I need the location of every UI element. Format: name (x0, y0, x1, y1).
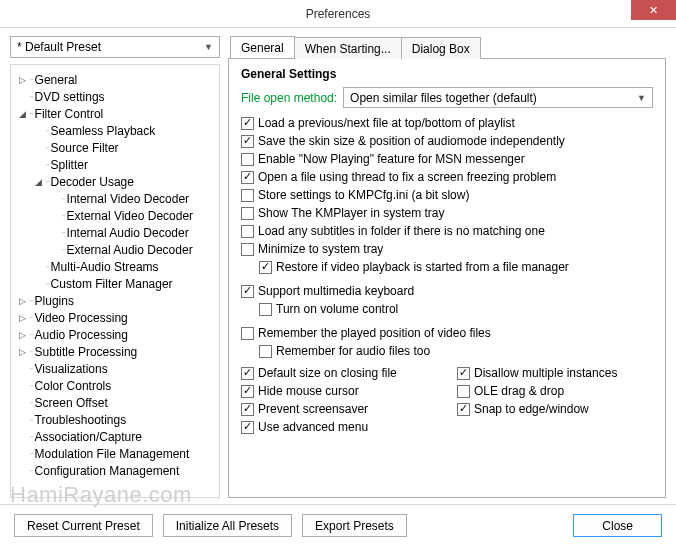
checkbox[interactable] (241, 189, 254, 202)
tree-item[interactable]: ▷·· Subtitle Processing (15, 343, 215, 360)
checkbox[interactable] (259, 303, 272, 316)
tree-item[interactable]: ◢·· Decoder Usage (15, 173, 215, 190)
tree-item-label: Color Controls (33, 379, 112, 393)
tree-item[interactable]: ·· Multi-Audio Streams (15, 258, 215, 275)
checkbox-label[interactable]: Save the skin size & position of audiomo… (258, 134, 565, 148)
tree-item-label: Screen Offset (33, 396, 108, 410)
tree-item[interactable]: ·· Custom Filter Manager (15, 275, 215, 292)
twisty-closed-icon[interactable]: ▷ (15, 296, 29, 306)
tree-item[interactable]: ·· Modulation File Management (15, 445, 215, 462)
tree-item[interactable]: ·· External Video Decoder (15, 207, 215, 224)
settings-tree[interactable]: ▷·· General ·· DVD settings◢·· Filter Co… (10, 64, 220, 498)
twisty-closed-icon[interactable]: ▷ (15, 347, 29, 357)
export-presets-button[interactable]: Export Presets (302, 514, 407, 537)
checkbox-label[interactable]: Remember the played position of video fi… (258, 326, 491, 340)
tab-bar: General When Starting... Dialog Box (228, 36, 666, 58)
tree-item-label: Source Filter (49, 141, 119, 155)
close-button[interactable]: Close (573, 514, 662, 537)
checkbox-label[interactable]: Default size on closing file (258, 366, 397, 380)
checkbox[interactable] (241, 367, 254, 380)
checkbox-label[interactable]: Restore if video playback is started fro… (276, 260, 569, 274)
tree-item[interactable]: ·· External Audio Decoder (15, 241, 215, 258)
checkbox[interactable] (241, 171, 254, 184)
checkbox[interactable] (457, 403, 470, 416)
checkbox-label[interactable]: Support multimedia keyboard (258, 284, 414, 298)
checkbox-label[interactable]: Load a previous/next file at top/bottom … (258, 116, 515, 130)
twisty-closed-icon[interactable]: ▷ (15, 313, 29, 323)
tree-item[interactable]: ·· Configuration Management (15, 462, 215, 479)
tree-item[interactable]: ·· Association/Capture (15, 428, 215, 445)
tree-item[interactable]: ·· Splitter (15, 156, 215, 173)
preset-select[interactable]: * Default Preset ▼ (10, 36, 220, 58)
checkbox[interactable] (241, 285, 254, 298)
checkbox[interactable] (241, 153, 254, 166)
file-open-method-select[interactable]: Open similar files together (default) ▼ (343, 87, 653, 108)
footer: Reset Current Preset Initialize All Pres… (0, 504, 676, 546)
tree-item[interactable]: ·· Internal Audio Decoder (15, 224, 215, 241)
checkbox[interactable] (259, 345, 272, 358)
tree-item-label: Association/Capture (33, 430, 142, 444)
tree-item[interactable]: ·· Color Controls (15, 377, 215, 394)
checkbox[interactable] (241, 403, 254, 416)
checkbox[interactable] (241, 421, 254, 434)
checkbox-label[interactable]: Turn on volume control (276, 302, 398, 316)
checkbox-row: Hide mouse cursor (241, 382, 437, 400)
twisty-none (15, 432, 29, 442)
checkbox-label[interactable]: Enable "Now Playing" feature for MSN mes… (258, 152, 525, 166)
checkbox[interactable] (241, 135, 254, 148)
tree-item[interactable]: ▷·· Video Processing (15, 309, 215, 326)
twisty-none (47, 194, 61, 204)
checkbox[interactable] (241, 117, 254, 130)
twisty-none (15, 381, 29, 391)
tab-dialog-box[interactable]: Dialog Box (402, 37, 481, 59)
checkbox-label[interactable]: Remember for audio files too (276, 344, 430, 358)
checkbox-row: Default size on closing file (241, 364, 437, 382)
checkbox-label[interactable]: Prevent screensaver (258, 402, 368, 416)
tree-item[interactable]: ·· Visualizations (15, 360, 215, 377)
checkbox-row: Minimize to system tray (241, 240, 653, 258)
twisty-closed-icon[interactable]: ▷ (15, 75, 29, 85)
tab-when-starting[interactable]: When Starting... (295, 37, 402, 59)
checkbox-label[interactable]: Store settings to KMPCfg.ini (a bit slow… (258, 188, 469, 202)
checkbox-row: Enable "Now Playing" feature for MSN mes… (241, 150, 653, 168)
checkbox[interactable] (241, 207, 254, 220)
checkbox[interactable] (259, 261, 272, 274)
tab-general[interactable]: General (230, 36, 295, 58)
tree-item[interactable]: ▷·· Plugins (15, 292, 215, 309)
tree-item[interactable]: ·· Internal Video Decoder (15, 190, 215, 207)
tree-item-label: DVD settings (33, 90, 105, 104)
checkbox-label[interactable]: Open a file using thread to fix a screen… (258, 170, 556, 184)
tree-item[interactable]: ·· Troubleshootings (15, 411, 215, 428)
checkbox[interactable] (457, 385, 470, 398)
tree-item[interactable]: ·· Source Filter (15, 139, 215, 156)
reset-preset-button[interactable]: Reset Current Preset (14, 514, 153, 537)
checkbox-label[interactable]: Use advanced menu (258, 420, 368, 434)
checkbox-row: Load a previous/next file at top/bottom … (241, 114, 653, 132)
tree-item-label: Configuration Management (33, 464, 180, 478)
checkbox[interactable] (241, 243, 254, 256)
initialize-presets-button[interactable]: Initialize All Presets (163, 514, 292, 537)
checkbox-label[interactable]: Hide mouse cursor (258, 384, 359, 398)
twisty-closed-icon[interactable]: ▷ (15, 330, 29, 340)
twisty-none (47, 228, 61, 238)
checkbox[interactable] (241, 385, 254, 398)
checkbox-label[interactable]: Load any subtitles in folder if there is… (258, 224, 545, 238)
tree-item[interactable]: ·· Seamless Playback (15, 122, 215, 139)
checkbox[interactable] (241, 327, 254, 340)
checkbox-label[interactable]: Minimize to system tray (258, 242, 383, 256)
checkbox-label[interactable]: Show The KMPlayer in system tray (258, 206, 445, 220)
tree-item[interactable]: ·· DVD settings (15, 88, 215, 105)
checkbox[interactable] (241, 225, 254, 238)
checkbox-row: Support multimedia keyboard (241, 282, 653, 300)
twisty-open-icon[interactable]: ◢ (31, 177, 45, 187)
tree-item[interactable]: ▷·· General (15, 71, 215, 88)
checkbox[interactable] (457, 367, 470, 380)
tree-item[interactable]: ▷·· Audio Processing (15, 326, 215, 343)
window-close-button[interactable]: ✕ (631, 0, 676, 20)
tree-item[interactable]: ◢·· Filter Control (15, 105, 215, 122)
checkbox-label[interactable]: Snap to edge/window (474, 402, 589, 416)
checkbox-label[interactable]: OLE drag & drop (474, 384, 564, 398)
tree-item[interactable]: ·· Screen Offset (15, 394, 215, 411)
checkbox-label[interactable]: Disallow multiple instances (474, 366, 617, 380)
twisty-open-icon[interactable]: ◢ (15, 109, 29, 119)
